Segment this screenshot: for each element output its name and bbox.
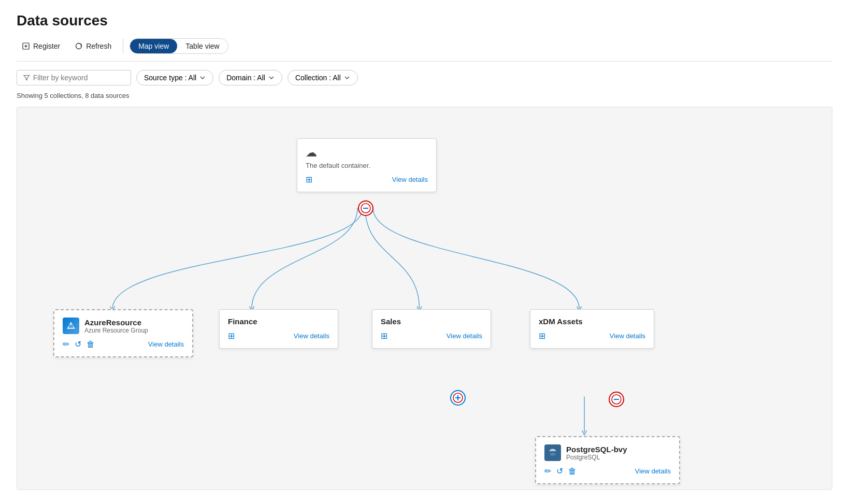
table-icon-finance: ⊞ — [228, 331, 235, 341]
collection-label: Collection : All — [295, 74, 341, 82]
azure-resource-card: AzureResource Azure Resource Group ✏ ↺ 🗑… — [53, 309, 193, 357]
azure-resource-view-details[interactable]: View details — [148, 340, 184, 348]
refresh-icon — [75, 42, 83, 50]
azure-resource-name: AzureResource — [84, 318, 148, 327]
default-container-footer: ⊞ View details — [306, 175, 428, 184]
map-view-button[interactable]: Map view — [130, 39, 177, 53]
register-label: Register — [33, 42, 60, 50]
edit-button-azure[interactable]: ✏ — [63, 339, 69, 349]
source-type-filter[interactable]: Source type : All — [136, 70, 213, 85]
sales-view-details[interactable]: View details — [447, 332, 482, 340]
default-container-subtitle: The default container. — [306, 162, 428, 169]
finance-view-details[interactable]: View details — [294, 332, 329, 340]
finance-card: Finance ⊞ View details — [219, 309, 338, 349]
source-type-label: Source type : All — [144, 74, 196, 82]
expand-button-sales[interactable] — [450, 390, 466, 406]
refresh-button[interactable]: Refresh — [69, 39, 117, 53]
sales-footer: ⊞ View details — [381, 331, 482, 341]
toolbar: Register Refresh Map view Table view — [17, 38, 832, 62]
minus-icon — [361, 203, 371, 213]
azure-icon — [63, 318, 79, 334]
keyword-input[interactable] — [33, 74, 124, 82]
svg-rect-6 — [69, 325, 73, 328]
default-container-view-details[interactable]: View details — [392, 176, 428, 183]
page-title: Data sources — [17, 12, 832, 29]
toolbar-divider — [123, 39, 123, 53]
xdm-assets-footer: ⊞ View details — [539, 331, 645, 341]
chevron-down-icon3 — [344, 75, 350, 81]
page-container: Data sources Register Refresh Map view T… — [0, 0, 849, 502]
keyword-filter[interactable] — [17, 70, 131, 85]
edit-button-pg[interactable]: ✏ — [544, 466, 551, 476]
postgresql-name: PostgreSQL-bvy — [566, 445, 627, 454]
azure-resource-type: Azure Resource Group — [84, 327, 148, 334]
svg-point-14 — [550, 453, 556, 456]
copy-button-azure[interactable]: ↺ — [75, 339, 81, 349]
xdm-assets-view-details[interactable]: View details — [610, 332, 645, 340]
collapse-button-default[interactable] — [358, 200, 373, 216]
delete-button-azure[interactable]: 🗑 — [87, 339, 95, 349]
register-icon — [22, 42, 30, 50]
register-button[interactable]: Register — [17, 39, 65, 53]
postgresql-type: PostgreSQL — [566, 454, 627, 461]
default-container-card: ☁ The default container. ⊞ View details — [297, 138, 437, 192]
pg-icon — [544, 444, 561, 461]
chevron-down-icon2 — [268, 75, 275, 81]
copy-button-pg[interactable]: ↺ — [556, 466, 563, 476]
table-icon-sales: ⊞ — [381, 331, 387, 341]
refresh-label: Refresh — [86, 42, 111, 50]
sales-title: Sales — [381, 317, 482, 326]
table-icon-default: ⊞ — [306, 175, 312, 184]
delete-button-pg[interactable]: 🗑 — [568, 466, 577, 476]
view-toggle: Map view Table view — [129, 38, 228, 54]
chevron-down-icon — [199, 75, 206, 81]
minus-icon-xdm — [611, 394, 622, 405]
map-canvas: ☁ The default container. ⊞ View details — [17, 107, 832, 490]
cloud-icon: ☁ — [306, 146, 428, 160]
filter-icon — [23, 74, 30, 81]
collection-filter[interactable]: Collection : All — [287, 70, 358, 85]
table-view-label: Table view — [185, 42, 219, 50]
domain-filter[interactable]: Domain : All — [219, 70, 282, 85]
domain-label: Domain : All — [226, 74, 265, 82]
azure-resource-icons: ✏ ↺ 🗑 — [63, 339, 95, 349]
filters-bar: Source type : All Domain : All Collectio… — [17, 70, 832, 85]
collapse-button-xdm[interactable] — [609, 392, 624, 407]
postgresql-actions: ✏ ↺ 🗑 View details — [544, 466, 671, 476]
azure-resource-header: AzureResource Azure Resource Group — [63, 318, 184, 334]
finance-title: Finance — [228, 317, 329, 326]
sales-card: Sales ⊞ View details — [372, 309, 491, 349]
finance-footer: ⊞ View details — [228, 331, 329, 341]
azure-resource-actions: ✏ ↺ 🗑 View details — [63, 339, 184, 349]
table-icon-xdm: ⊞ — [539, 331, 545, 341]
postgresql-card: PostgreSQL-bvy PostgreSQL ✏ ↺ 🗑 View det… — [535, 436, 680, 484]
results-text: Showing 5 collections, 8 data sources — [17, 92, 832, 99]
table-view-button[interactable]: Table view — [177, 39, 227, 53]
xdm-assets-title: xDM Assets — [539, 317, 645, 326]
plus-icon — [453, 393, 463, 403]
map-view-label: Map view — [138, 42, 169, 50]
postgresql-icons: ✏ ↺ 🗑 — [544, 466, 577, 476]
postgresql-view-details[interactable]: View details — [635, 467, 671, 475]
xdm-assets-card: xDM Assets ⊞ View details — [530, 309, 654, 349]
postgresql-header: PostgreSQL-bvy PostgreSQL — [544, 444, 671, 461]
